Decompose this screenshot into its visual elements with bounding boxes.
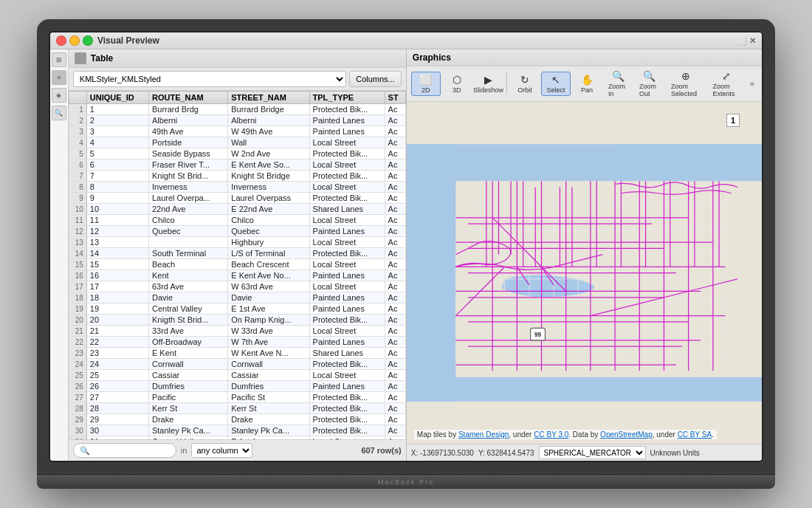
table-row[interactable]: 44PortsideWallLocal StreetAc (69, 137, 405, 148)
table-row[interactable]: 1919Central ValleyE 1st AvePainted Lanes… (69, 303, 405, 315)
table-cell: 28 (86, 403, 148, 414)
table-cell: E Kent (148, 348, 227, 359)
table-cell: Painted Lanes (309, 226, 385, 237)
maximize-button[interactable] (83, 35, 93, 46)
cc-by-sa-link[interactable]: CC BY SA (678, 430, 712, 439)
tool-zoom-selected[interactable]: ⊕ Zoom Selected (666, 68, 706, 100)
columns-button[interactable]: Columns... (349, 71, 402, 87)
table-cell: Chilco (228, 215, 309, 226)
osm-link[interactable]: OpenStreetMap (600, 430, 653, 439)
table-row[interactable]: 1515BeachBeach CrescentLocal StreetAc (69, 259, 405, 270)
table-row[interactable]: 11Burrard BrdgBurrard BridgeProtected Bi… (69, 104, 405, 115)
table-row[interactable]: 2020Knigth St Brid...On Ramp Knig...Prot… (69, 315, 405, 326)
table-cell: 22 (86, 337, 148, 348)
col-st[interactable]: ST (385, 92, 405, 104)
table-row[interactable]: 1414South TerminalL/S of TerminalProtect… (69, 248, 405, 259)
table-row[interactable]: 55Seaside BypassW 2nd AveProtected Bik..… (69, 148, 405, 159)
table-cell: 7 (86, 171, 148, 182)
table-row[interactable]: 1313HighburyLocal StreetAc (69, 237, 405, 248)
tool-zoom-extents[interactable]: ⤢ Zoom Extents (708, 68, 746, 100)
table-cell: Shared Lanes (309, 204, 385, 215)
table-cell: Laurel Overpass (228, 193, 309, 204)
cc-by-link[interactable]: CC BY 3.0 (534, 430, 568, 439)
table-cell: Ac (385, 303, 405, 315)
table-cell: 24 (86, 359, 148, 370)
col-street-nam[interactable]: STREET_NAM (228, 92, 309, 104)
table-cell: W 63rd Ave (228, 281, 309, 292)
sidebar-icon-3[interactable]: ◈ (52, 88, 66, 103)
tool-zoom-in[interactable]: 🔍 Zoom In (603, 68, 633, 100)
table-cell: Alberni (148, 115, 227, 126)
minimize-button[interactable] (69, 35, 80, 46)
table-cell: 29 (86, 414, 148, 425)
close-button[interactable] (56, 35, 66, 46)
table-row[interactable]: 66Fraser River T...E Kent Ave So...Local… (69, 159, 405, 171)
tool-slideshow[interactable]: ▶ Slideshow (473, 72, 504, 96)
table-row[interactable]: 2323E KentW Kent Ave N...Shared LanesAc (69, 348, 405, 359)
more-tools-button[interactable]: » (747, 78, 757, 89)
sidebar-icon-1[interactable]: ⊞ (52, 52, 66, 67)
table-row[interactable]: 3349th AveW 49th AvePainted LanesAc (69, 126, 405, 137)
row-number: 28 (69, 403, 86, 414)
table-row[interactable]: 2424CornwallCornwallProtected Bik...Ac (69, 359, 405, 370)
table-row[interactable]: 1212QuebecQuebecPainted LanesAc (69, 226, 405, 237)
col-route-nam[interactable]: ROUTE_NAM (148, 92, 227, 104)
search-input[interactable] (73, 443, 176, 458)
table-row[interactable]: 2828Kerr StKerr StProtected Bik...Ac (69, 403, 405, 414)
tool-select[interactable]: ↖ Select (541, 72, 571, 96)
tool-pan[interactable]: ✋ Pan (572, 72, 602, 96)
table-cell: Chilco (148, 215, 227, 226)
table-cell: Painted Lanes (309, 381, 385, 392)
table-row[interactable]: 77Knight St Brid...Knight St BridgeProte… (69, 171, 405, 182)
tool-pan-label: Pan (581, 86, 593, 94)
table-row[interactable]: 212133rd AveW 33rd AveLocal StreetAc (69, 326, 405, 337)
sidebar-icon-4[interactable]: 🔍 (52, 106, 66, 120)
table-row[interactable]: 101022nd AveE 22nd AveShared LanesAc (69, 204, 405, 215)
row-number: 8 (69, 182, 86, 193)
col-unique-id[interactable]: UNIQUE_ID (86, 92, 148, 104)
table-cell: 18 (86, 292, 148, 303)
tool-zoom-out[interactable]: 🔍 Zoom Out (634, 68, 664, 100)
tool-2d[interactable]: ⬜ 2D (411, 72, 441, 96)
table-row[interactable]: 1111ChilcoChilcoLocal StreetAc (69, 215, 405, 226)
window-controls[interactable] (56, 35, 93, 46)
table-cell: Painted Lanes (309, 303, 385, 315)
column-filter-select[interactable]: any column (191, 443, 252, 458)
table-cell: Ac (385, 126, 405, 137)
table-row[interactable]: 2727PacificPacific StProtected Bik...Ac (69, 392, 405, 403)
table-row[interactable]: 3030Stanley Pk Ca...Stanley Pk Ca...Prot… (69, 425, 405, 436)
table-cell: Local Street (309, 259, 385, 270)
table-row[interactable]: 99Laurel Overpa...Laurel OverpassProtect… (69, 193, 405, 204)
table-cell: Ac (385, 171, 405, 182)
sidebar-icon-2[interactable]: ≡ (52, 70, 66, 85)
col-rownum (69, 92, 86, 104)
layer-select[interactable]: KMLStyler_KMLStyled (73, 71, 346, 87)
tool-zoom-out-label: Zoom Out (639, 83, 659, 97)
table-row[interactable]: 2929DrakeDrakeProtected Bik...Ac (69, 414, 405, 425)
tool-zoom-selected-label: Zoom Selected (671, 83, 701, 97)
tool-3d[interactable]: ⬡ 3D (442, 72, 472, 96)
table-row[interactable]: 2525CassiarCassiarLocal StreetAc (69, 370, 405, 381)
table-cell: Drake (148, 414, 227, 425)
data-table-wrapper[interactable]: UNIQUE_ID ROUTE_NAM STREET_NAM TPL_TYPE … (69, 91, 406, 439)
stamen-link[interactable]: Stamen Design (458, 430, 509, 439)
projection-select[interactable]: SPHERICAL_MERCATOR (539, 446, 646, 459)
table-row[interactable]: 171763rd AveW 63rd AveLocal StreetAc (69, 281, 405, 292)
table-row[interactable]: 22AlberniAlberniPainted LanesAc (69, 115, 405, 126)
table-header: Table (69, 49, 406, 68)
map-area[interactable]: 99 1 Map tiles by Stamen Design, under C… (407, 102, 762, 444)
table-row[interactable]: 2626DumfriesDumfriesPainted LanesAc (69, 381, 405, 392)
table-cell: Painted Lanes (309, 126, 385, 137)
table-row[interactable]: 2222Off-BroadwayW 7th AvePainted LanesAc (69, 337, 405, 348)
table-row[interactable]: 1818DavieDaviePainted LanesAc (69, 292, 405, 303)
table-cell: Ac (385, 370, 405, 381)
table-cell: Painted Lanes (309, 115, 385, 126)
table-cell: Protected Bik... (309, 148, 385, 159)
table-cell: 16 (86, 270, 148, 281)
table-row[interactable]: 88InvernessInvernessLocal StreetAc (69, 182, 405, 193)
table-row[interactable]: 1616KentE Kent Ave No...Painted LanesAc (69, 270, 405, 281)
col-tpl-type[interactable]: TPL_TYPE (309, 92, 385, 104)
table-panel: Table KMLStyler_KMLStyled Columns... (69, 49, 407, 461)
table-cell: Local Street (309, 326, 385, 337)
tool-orbit[interactable]: ↻ Orbit (510, 72, 540, 96)
